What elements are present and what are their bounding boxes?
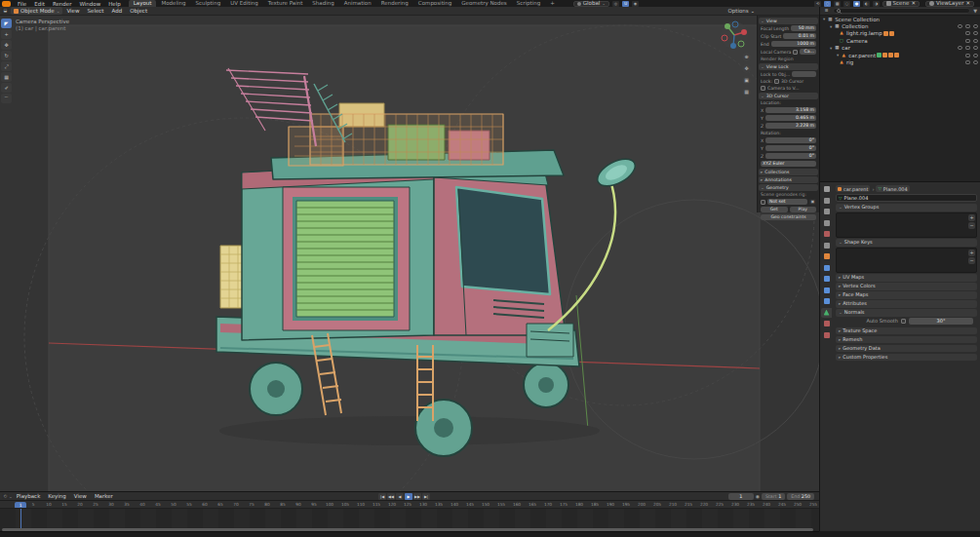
workspace-tab-layout[interactable]: Layout <box>129 0 157 7</box>
workspace-tab-animation[interactable]: Animation <box>339 0 376 7</box>
workspace-tab-shading[interactable]: Shading <box>307 0 338 7</box>
tab-constraints[interactable] <box>821 296 832 306</box>
tab-render[interactable] <box>821 196 832 206</box>
tab-tool[interactable] <box>821 184 832 194</box>
topbar-menu-help[interactable]: Help <box>104 1 125 7</box>
shading-material-icon[interactable]: ◐ <box>863 1 870 7</box>
render-camera-icon[interactable] <box>973 31 978 35</box>
lock-to-object-field[interactable] <box>792 71 816 77</box>
auto-smooth-checkbox[interactable] <box>901 319 906 324</box>
panel-header-texture-space[interactable]: ▸Texture Space <box>836 327 977 335</box>
workspace-tab-sculpting[interactable]: Sculpting <box>190 0 225 7</box>
disclosure-caret[interactable]: ▾ <box>837 53 839 58</box>
current-frame-field[interactable]: 1 <box>728 493 754 500</box>
data-name-field[interactable]: ▽Plane.004 <box>836 194 977 202</box>
collections-panel-header[interactable]: ▸Collections <box>759 169 818 175</box>
topbar-menu-render[interactable]: Render <box>49 1 76 7</box>
render-camera-icon[interactable] <box>973 60 978 64</box>
clip-end-field[interactable]: 1000 m <box>771 41 816 47</box>
outliner-row[interactable]: ▾▦car <box>820 45 980 52</box>
render-camera-icon[interactable] <box>973 46 978 50</box>
topbar-menu-window[interactable]: Window <box>75 1 104 7</box>
disclosure-caret[interactable]: ▾ <box>830 46 832 51</box>
viewport-menu-object[interactable]: Object <box>126 8 151 14</box>
tab-texture[interactable] <box>821 330 832 340</box>
tab-output[interactable] <box>821 207 832 216</box>
tab-world[interactable] <box>821 241 832 250</box>
cursor-z-field[interactable]: 2.228 m <box>765 123 816 129</box>
viewport-menu-select[interactable]: Select <box>84 8 108 14</box>
list-remove-button[interactable]: − <box>968 222 975 229</box>
snap-magnet-icon[interactable]: U <box>622 1 629 7</box>
geonodes-checkbox[interactable] <box>761 200 765 205</box>
cursor-ry-field[interactable]: 0° <box>765 145 816 151</box>
breadcrumb-data[interactable]: ▽Plane.004 <box>876 185 909 192</box>
tab-scene[interactable] <box>821 229 832 239</box>
mode-dropdown[interactable]: Object Mode⌄ <box>11 7 62 15</box>
exclude-checkbox[interactable] <box>958 24 962 28</box>
geometry-panel-header[interactable]: ⌄Geometry <box>759 184 818 191</box>
focal-length-field[interactable]: 50 mm <box>791 25 816 31</box>
workspace-tab-compositing[interactable]: Compositing <box>413 0 456 7</box>
frame-start-field[interactable]: Start 1 <box>762 493 785 500</box>
geo-constraints-button[interactable]: Geo constraints <box>761 214 816 220</box>
next-keyframe-button[interactable]: ▶▶ <box>413 493 421 500</box>
outliner-search-input[interactable] <box>833 8 970 14</box>
cursor-x-field[interactable]: 3.158 m <box>765 107 816 113</box>
tab-material[interactable] <box>821 319 832 328</box>
timeline-ruler[interactable]: 0510152025303540455055606570758085909510… <box>0 501 819 509</box>
hide-eye-icon[interactable] <box>965 31 970 35</box>
tool-scale[interactable]: ⤢ <box>1 61 12 71</box>
tab-modifiers[interactable] <box>821 263 832 273</box>
tool-measure[interactable]: ⌒ <box>1 94 12 103</box>
play-button[interactable]: ▶ <box>405 493 412 500</box>
breadcrumb-object[interactable]: car.parent <box>836 185 870 192</box>
filter-icon[interactable]: ▼ <box>973 8 977 14</box>
topbar-menu-edit[interactable]: Edit <box>30 1 49 7</box>
panel-header-shape-keys[interactable]: ⌄Shape Keys <box>836 239 977 247</box>
exclude-checkbox[interactable] <box>958 46 962 50</box>
panel-header-vertex-colors[interactable]: ▸Vertex Colors <box>836 283 977 290</box>
panel-list-vertex-groups[interactable]: +− <box>836 212 977 238</box>
clip-start-field[interactable]: 0.01 m <box>783 33 816 39</box>
tab-object-data[interactable] <box>821 308 832 318</box>
outliner-row[interactable]: ▾▦Scene Collection <box>820 16 980 22</box>
hide-eye-icon[interactable] <box>965 24 970 28</box>
list-add-button[interactable]: + <box>968 249 975 256</box>
workspace-tab-uv-editing[interactable]: UV Editing <box>225 0 263 7</box>
cursor-rz-field[interactable]: 0° <box>765 153 816 159</box>
outliner-row[interactable]: ▲rig <box>820 58 980 65</box>
jump-to-start-button[interactable]: |◀ <box>378 493 386 500</box>
blender-logo-icon[interactable] <box>2 1 11 7</box>
hide-eye-icon[interactable] <box>965 60 970 64</box>
list-remove-button[interactable]: − <box>968 257 975 264</box>
timeline-region[interactable] <box>0 509 819 528</box>
outliner-row[interactable]: ▾▦Collection <box>820 22 980 29</box>
render-camera-icon[interactable] <box>973 39 978 43</box>
timeline-menu-playback[interactable]: Playback <box>13 493 45 499</box>
panel-header-face-maps[interactable]: ▸Face Maps <box>836 291 977 299</box>
geonodes-target-field[interactable]: Not set <box>767 199 807 205</box>
xray-toggle-icon[interactable]: ▩ <box>834 1 841 7</box>
timeline-editor-icon[interactable]: ◴ <box>2 493 9 499</box>
tab-particles[interactable] <box>821 274 832 284</box>
play-reverse-button[interactable]: ◀ <box>396 493 404 500</box>
viewport-menu-view[interactable]: View <box>62 8 83 14</box>
disclosure-caret[interactable]: ▾ <box>823 17 825 21</box>
render-camera-icon[interactable] <box>973 24 978 28</box>
disclosure-caret[interactable]: ▾ <box>830 24 832 29</box>
shading-wireframe-icon[interactable]: ○ <box>843 1 850 7</box>
cursor-rx-field[interactable]: 0° <box>765 137 816 143</box>
viewport-canvas[interactable] <box>0 16 819 491</box>
panel-header-normals[interactable]: ⌄Normals <box>836 309 977 317</box>
perspective-toggle-icon[interactable]: ▦ <box>742 88 751 96</box>
scene-selector[interactable]: Scene✕ <box>882 1 920 7</box>
outliner-editor-icon[interactable]: ☰ <box>823 8 830 14</box>
camera-to-view-checkbox[interactable] <box>761 86 765 91</box>
proportional-editing-icon[interactable]: ◉ <box>632 1 639 7</box>
workspace-tab-rendering[interactable]: Rendering <box>376 0 413 7</box>
add-workspace-button[interactable]: + <box>545 0 560 7</box>
playhead[interactable]: 1 <box>15 502 26 509</box>
camera-view-icon[interactable]: ▣ <box>742 76 751 85</box>
tab-view-layer[interactable] <box>821 218 832 228</box>
